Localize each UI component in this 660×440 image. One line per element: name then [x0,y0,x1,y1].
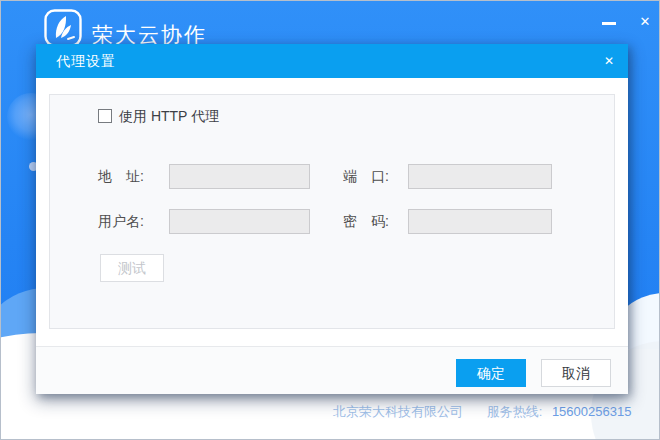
minimize-button[interactable] [597,11,621,35]
app-logo-icon [44,9,82,47]
use-http-proxy-checkbox[interactable] [98,109,112,123]
username-label: 用户名: [98,213,144,231]
status-bar: 北京荣大科技有限公司 服务热线: 15600256315 [333,403,631,421]
dialog-header: 代理设置 ✕ [36,44,628,78]
password-input[interactable] [408,209,552,234]
minimize-icon [602,22,616,25]
window-close-button[interactable]: ✕ [634,11,656,33]
hotline-label: 服务热线: [487,404,543,419]
port-input[interactable] [408,164,552,189]
app-window: 荣大云协作 ✕ 北京荣大科技有限公司 服务热线: 15600256315 代理设… [0,0,660,440]
proxy-form-panel: 使用 HTTP 代理 地 址: 端 口: 用户名: 密 码: 测试 [49,94,615,329]
address-input[interactable] [169,164,310,189]
proxy-settings-dialog: 代理设置 ✕ 使用 HTTP 代理 地 址: 端 口: 用户名: 密 码: 测试… [36,44,628,394]
dialog-title: 代理设置 [56,53,116,71]
test-button[interactable]: 测试 [100,254,164,282]
ok-button[interactable]: 确定 [456,359,526,387]
dialog-close-button[interactable]: ✕ [598,50,620,72]
port-label: 端 口: [343,168,389,186]
address-label: 地 址: [98,168,144,186]
dialog-footer: 确定 取消 [36,346,628,394]
hotline-number: 15600256315 [552,404,632,419]
cancel-button[interactable]: 取消 [541,359,611,387]
use-http-proxy-label: 使用 HTTP 代理 [119,108,219,126]
password-label: 密 码: [343,213,389,231]
company-name: 北京荣大科技有限公司 [333,404,463,419]
username-input[interactable] [169,209,310,234]
